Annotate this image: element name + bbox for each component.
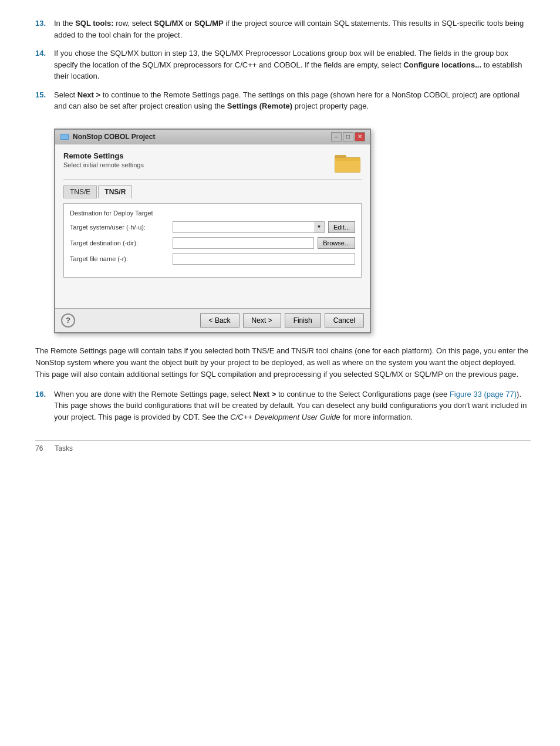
- step-number-13: 13.: [35, 18, 54, 40]
- finish-button[interactable]: Finish: [285, 313, 321, 328]
- step-13-text: In the SQL tools: row, select SQL/MX or …: [54, 18, 531, 40]
- dialog-controls: – □ ✕: [331, 132, 365, 141]
- folder-icon: [333, 150, 362, 175]
- cancel-button[interactable]: Cancel: [325, 313, 364, 328]
- section-name: Tasks: [55, 444, 73, 453]
- divider: [63, 179, 362, 180]
- step-15-text: Select Next > to continue to the Remote …: [54, 89, 531, 112]
- minimize-button[interactable]: –: [331, 132, 342, 141]
- target-destination-input[interactable]: [173, 237, 314, 249]
- restore-button[interactable]: □: [343, 132, 353, 141]
- target-destination-label: Target destination (-dir):: [70, 239, 173, 247]
- step-16: 16. When you are done with the Remote Se…: [35, 389, 531, 423]
- target-filename-label: Target file name (-r):: [70, 255, 173, 262]
- target-filename-row: Target file name (-r):: [70, 253, 355, 265]
- configure-locations-bold: Configure locations...: [403, 60, 481, 69]
- dialog-title-icon: [60, 133, 69, 141]
- sql-tools-bold: SQL tools:: [75, 19, 113, 28]
- sqlmp-bold: SQL/MP: [194, 19, 224, 28]
- remote-settings-subtitle: Select initial remote settings: [63, 161, 144, 168]
- target-system-row: Target system/user (-h/-u): ▼ Edit...: [70, 221, 355, 233]
- next-bold-16: Next >: [253, 390, 276, 399]
- step-14: 14. If you chose the SQL/MX button in st…: [35, 48, 531, 82]
- deploy-target-group: Destination for Deploy Target Target sys…: [63, 203, 362, 278]
- step-15: 15. Select Next > to continue to the Rem…: [35, 89, 531, 112]
- spacer: [63, 278, 362, 301]
- target-system-label: Target system/user (-h/-u):: [70, 224, 173, 231]
- cpp-guide-italic: C/C++ Development User Guide: [230, 413, 340, 421]
- page-footer: 76 Tasks: [35, 440, 531, 453]
- tabs-row: TNS/E TNS/R: [63, 185, 362, 198]
- edit-button[interactable]: Edit...: [328, 221, 355, 233]
- dialog-titlebar: NonStop COBOL Project – □ ✕: [55, 130, 370, 144]
- target-filename-input[interactable]: [173, 253, 355, 265]
- dialog-title: NonStop COBOL Project: [60, 133, 155, 141]
- remote-settings-title: Remote Settings: [63, 151, 144, 160]
- next-bold: Next >: [77, 90, 100, 99]
- svg-rect-5: [335, 158, 360, 161]
- dialog-body: Remote Settings Select initial remote se…: [55, 144, 370, 308]
- figure-33-link[interactable]: Figure 33 (page 77): [450, 390, 517, 399]
- settings-remote-bold: Settings (Remote): [227, 102, 292, 110]
- tab-tnse[interactable]: TNS/E: [63, 185, 97, 198]
- step-14-text: If you chose the SQL/MX button in step 1…: [54, 48, 531, 82]
- step-number-16: 16.: [35, 389, 54, 423]
- nonstop-cobol-dialog: NonStop COBOL Project – □ ✕ Remote Setti…: [54, 129, 371, 333]
- target-system-input[interactable]: [173, 221, 314, 233]
- page-number: 76: [35, 444, 43, 453]
- footer-buttons: < Back Next > Finish Cancel: [200, 313, 364, 328]
- dialog-wrapper: NonStop COBOL Project – □ ✕ Remote Setti…: [54, 129, 371, 333]
- remote-settings-header: Remote Settings Select initial remote se…: [63, 151, 144, 168]
- help-button[interactable]: ?: [61, 313, 75, 328]
- group-box-title: Destination for Deploy Target: [70, 210, 355, 217]
- close-button[interactable]: ✕: [355, 132, 365, 141]
- tab-tnsr[interactable]: TNS/R: [98, 185, 132, 198]
- next-button[interactable]: Next >: [243, 313, 281, 328]
- step-number-15: 15.: [35, 89, 54, 112]
- step-13: 13. In the SQL tools: row, select SQL/MX…: [35, 18, 531, 40]
- target-system-dropdown-arrow[interactable]: ▼: [314, 221, 325, 233]
- dialog-footer: ? < Back Next > Finish Cancel: [55, 308, 370, 332]
- step-16-text: When you are done with the Remote Settin…: [54, 389, 531, 423]
- svg-rect-1: [61, 134, 68, 139]
- sqlmx-bold: SQL/MX: [154, 19, 183, 28]
- browse-button[interactable]: Browse...: [318, 237, 355, 249]
- target-destination-row: Target destination (-dir): Browse...: [70, 237, 355, 249]
- back-button[interactable]: < Back: [200, 313, 239, 328]
- step-number-14: 14.: [35, 48, 54, 82]
- dialog-title-text: NonStop COBOL Project: [73, 133, 155, 141]
- body-paragraph: The Remote Settings page will contain ta…: [35, 345, 531, 380]
